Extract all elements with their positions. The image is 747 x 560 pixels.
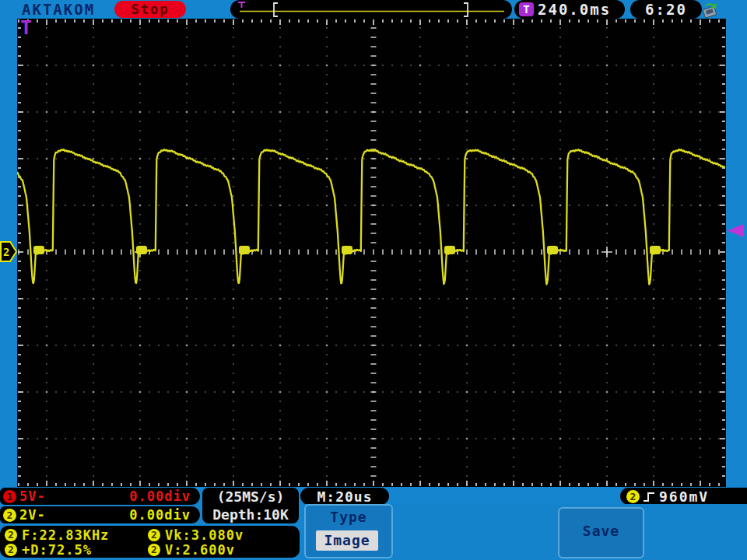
ch2-waveform-trace bbox=[17, 149, 725, 284]
trigger-level-value: 960mV bbox=[659, 488, 709, 505]
rising-edge-icon bbox=[643, 490, 657, 503]
measurement-vk: 2 Vk:3.080v bbox=[148, 528, 296, 543]
type-selected-value[interactable]: Image bbox=[316, 530, 378, 551]
ch2-ground-marker: 2 bbox=[0, 240, 19, 264]
record-depth: Depth:10K bbox=[202, 506, 299, 523]
ch1-badge: 1 bbox=[3, 490, 16, 503]
measurement-voltage: 2 V:2.600v bbox=[148, 543, 296, 558]
type-button-label: Type bbox=[306, 509, 391, 525]
measurements-panel: 2 F:22.83KHz 2 Vk:3.080v 2 +D:72.5% 2 V:… bbox=[0, 526, 300, 558]
trigger-time-value: 240.0ms bbox=[538, 0, 611, 19]
timebase-readout: M:20us bbox=[300, 488, 389, 505]
trigger-corner-badge: T bbox=[20, 19, 32, 37]
graticule-and-waveform bbox=[17, 19, 726, 487]
sample-rate: (25MS/s) bbox=[202, 488, 299, 506]
measurement-ch-badge: 2 bbox=[5, 529, 17, 541]
clock: 6:20 bbox=[630, 0, 702, 19]
ch2-ground-marker-label: 2 bbox=[3, 246, 9, 258]
measurement-ch-badge: 2 bbox=[5, 544, 17, 556]
oscilloscope-screen: AKTAKOM Stop T 240.0ms 6:20 T 2 bbox=[0, 0, 747, 560]
ch1-readout: 1 5V- 0.00div bbox=[0, 488, 200, 505]
ch1-scale: 5V- bbox=[19, 488, 46, 505]
trigger-position-bar bbox=[230, 0, 512, 19]
measurement-duty: 2 +D:72.5% bbox=[5, 543, 153, 558]
acquisition-info: (25MS/s) Depth:10K bbox=[202, 488, 299, 523]
trigger-time-readout: T 240.0ms bbox=[514, 0, 625, 19]
trigger-position-t-marker bbox=[238, 2, 245, 8]
softkey-menu: Type Image Save bbox=[302, 504, 747, 560]
save-button[interactable]: Save bbox=[558, 507, 644, 558]
measurement-frequency: 2 F:22.83KHz bbox=[5, 528, 153, 543]
ch2-offset: 0.00div bbox=[129, 506, 191, 523]
type-button[interactable]: Type Image bbox=[304, 504, 393, 558]
ch1-offset: 0.00div bbox=[129, 488, 191, 505]
ch2-readout: 2 2V- 0.00div bbox=[0, 506, 200, 523]
trigger-level-arrow-icon bbox=[726, 223, 747, 239]
window-left-bracket bbox=[274, 3, 278, 16]
window-right-bracket bbox=[464, 3, 468, 16]
measurement-ch-badge: 2 bbox=[148, 529, 160, 541]
brand-logo: AKTAKOM bbox=[22, 0, 95, 19]
run-state-badge: Stop bbox=[114, 1, 186, 18]
trigger-level-readout: 2 960mV bbox=[620, 488, 747, 505]
usb-storage-icon bbox=[698, 1, 721, 19]
ch2-scale: 2V- bbox=[19, 506, 46, 523]
trigger-source-badge: 2 bbox=[626, 490, 640, 503]
trigger-position-graphic bbox=[230, 0, 512, 19]
waveform-display: T bbox=[17, 19, 726, 487]
ch2-badge: 2 bbox=[3, 509, 16, 522]
measurement-ch-badge: 2 bbox=[148, 544, 160, 556]
trigger-t-icon: T bbox=[519, 2, 534, 16]
